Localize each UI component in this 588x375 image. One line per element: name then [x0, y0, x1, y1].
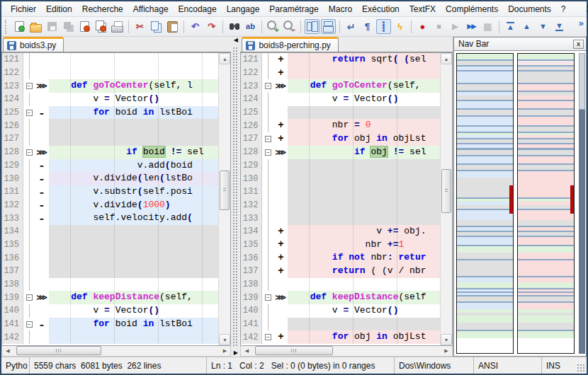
- code-line-132[interactable]: 132▬ v.divide(1000): [2, 199, 218, 212]
- code-line-134[interactable]: 134+ v += obj.: [241, 225, 440, 238]
- vertical-scrollbar[interactable]: ▲▼: [218, 53, 230, 345]
- vertical-scroll-thumb[interactable]: [220, 171, 230, 210]
- code-line-140[interactable]: 140 v = Vector(): [2, 304, 218, 318]
- navbar-strip-right[interactable]: [517, 53, 575, 354]
- diff-prev-icon[interactable]: ▲: [519, 19, 534, 34]
- menu-recherche[interactable]: Recherche: [77, 3, 128, 16]
- code-line-121[interactable]: 121: [2, 53, 218, 67]
- vertical-scrollbar[interactable]: ▲▼: [440, 53, 452, 345]
- macro-record-icon[interactable]: ●: [415, 19, 430, 34]
- code-line-127[interactable]: 127: [2, 132, 218, 146]
- tab-boids3.py[interactable]: boids3.py: [3, 37, 64, 52]
- diff-first-icon[interactable]: ▲: [503, 19, 518, 34]
- scroll-down-arrow-icon[interactable]: ▼: [219, 334, 230, 345]
- code-line-124[interactable]: 124 v = Vector(): [2, 93, 218, 106]
- code-line-128[interactable]: 128−⋙ if boid != sel: [2, 146, 218, 159]
- vertical-scroll-thumb[interactable]: [441, 169, 451, 213]
- menu-close-button[interactable]: X: [581, 3, 588, 16]
- indent-guide-icon[interactable]: ┋: [376, 19, 391, 34]
- cut-icon[interactable]: ✂: [132, 19, 147, 34]
- fold-marker[interactable]: −: [23, 106, 35, 120]
- splitter-right-arrow-icon[interactable]: ▶: [234, 350, 238, 357]
- menu-encodage[interactable]: Encodage: [174, 3, 222, 16]
- fold-marker[interactable]: −: [262, 330, 273, 344]
- code-line-125[interactable]: 125: [241, 106, 440, 120]
- code-line-137[interactable]: 137+ return ( (v / nbr: [241, 265, 440, 278]
- code-line-122[interactable]: 122: [2, 67, 218, 80]
- splitter-left-arrow-icon[interactable]: ◀: [234, 37, 238, 44]
- scroll-left-arrow-icon[interactable]: ◀: [241, 346, 252, 356]
- copy-icon[interactable]: [149, 19, 164, 34]
- menu-langage[interactable]: Langage: [222, 3, 265, 16]
- menu-affichage[interactable]: Affichage: [128, 3, 174, 16]
- code-line-140[interactable]: 140 v = Vector(): [241, 304, 440, 318]
- code-line-131[interactable]: 131▬ v.substr(self.posi: [2, 185, 218, 199]
- code-line-122[interactable]: 122+: [241, 67, 440, 80]
- fold-marker[interactable]: −: [23, 146, 35, 159]
- code-line-136[interactable]: 136: [2, 251, 218, 265]
- code-line-139[interactable]: 139−⋙ def keepDistance(self,: [2, 291, 218, 304]
- navbar-close-button[interactable]: x: [573, 40, 584, 49]
- sync-h-icon[interactable]: [321, 19, 336, 34]
- close-all-icon[interactable]: [94, 19, 108, 34]
- horizontal-scroll-thumb[interactable]: [16, 346, 101, 355]
- code-area[interactable]: 121122123−⋙ def goToCenter(self, l124 v …: [2, 53, 218, 345]
- pane-splitter[interactable]: ◀ ▶: [231, 37, 240, 357]
- close-file-icon[interactable]: [77, 19, 92, 34]
- word-wrap-icon[interactable]: ↵: [344, 19, 358, 34]
- code-line-123[interactable]: 123−⋙ def goToCenter(self,: [241, 79, 440, 93]
- scroll-right-arrow-icon[interactable]: ▶: [441, 346, 452, 356]
- fold-marker[interactable]: −: [262, 132, 273, 146]
- resize-grip[interactable]: [577, 364, 585, 372]
- code-line-123[interactable]: 123−⋙ def goToCenter(self, l: [2, 79, 218, 93]
- code-line-138[interactable]: 138: [2, 278, 218, 292]
- fold-marker[interactable]: −: [23, 291, 35, 304]
- horizontal-scrollbar[interactable]: ◀▶: [1, 345, 231, 357]
- code-line-129[interactable]: 129: [241, 159, 440, 173]
- navbar-scrollbar[interactable]: [579, 53, 585, 354]
- fold-marker[interactable]: −: [262, 146, 273, 159]
- code-line-136[interactable]: 136+ if not nbr: retur: [241, 251, 440, 265]
- status-eol-format[interactable]: Dos\Windows: [395, 357, 474, 374]
- menu-documents[interactable]: Documents: [503, 3, 556, 16]
- redo-icon[interactable]: ↷: [204, 19, 219, 34]
- menu-macro[interactable]: Macro: [324, 3, 357, 16]
- menu-textfx[interactable]: TextFX: [405, 3, 441, 16]
- scroll-up-arrow-icon[interactable]: ▲: [219, 53, 230, 64]
- tab-boids8-perching.py[interactable]: boids8-perching.py: [242, 37, 338, 52]
- code-line-128[interactable]: 128−⋙ if obj != sel: [241, 146, 440, 159]
- code-line-121[interactable]: 121+ return sqrt( (sel: [241, 53, 440, 67]
- horizontal-scrollbar[interactable]: ◀▶: [240, 345, 453, 357]
- code-line-127[interactable]: 127−+ for obj in objLst: [241, 132, 440, 146]
- diff-next-icon[interactable]: ▼: [536, 19, 550, 34]
- menu-fichier[interactable]: Fichier: [6, 3, 41, 16]
- toolbar-grip[interactable]: [5, 20, 8, 34]
- sync-v-icon[interactable]: [305, 19, 320, 34]
- code-line-134[interactable]: 134: [2, 225, 218, 238]
- code-line-142[interactable]: 142−+ for obj in objLst: [241, 330, 440, 344]
- status-insert-mode[interactable]: INS: [542, 357, 587, 374]
- code-area[interactable]: 121+ return sqrt( (sel122+123−⋙ def goTo…: [241, 53, 440, 345]
- code-line-138[interactable]: 138: [241, 278, 440, 292]
- zoom-in-icon[interactable]: +: [266, 19, 281, 34]
- code-line-135[interactable]: 135+ nbr +=1: [241, 238, 440, 252]
- code-line-129[interactable]: 129▬ v.add(boid: [2, 159, 218, 173]
- menu-excution[interactable]: Exécution: [357, 3, 405, 16]
- horizontal-scroll-track[interactable]: [252, 346, 441, 356]
- menu-complments[interactable]: Compléments: [441, 3, 503, 16]
- splitter-grip[interactable]: [232, 47, 239, 347]
- show-all-chars-icon[interactable]: ¶: [360, 19, 375, 34]
- vertical-scroll-track[interactable]: [441, 64, 452, 334]
- toolbar-overflow-chevron-icon[interactable]: »: [579, 18, 584, 28]
- code-line-124[interactable]: 124 v = Vector(): [241, 93, 440, 106]
- code-line-141[interactable]: 141: [241, 318, 440, 331]
- paste-icon[interactable]: [165, 19, 180, 34]
- macro-run-multi-icon[interactable]: ▶▶: [464, 19, 479, 34]
- find-icon[interactable]: [227, 19, 242, 34]
- code-line-141[interactable]: 141−▬ for boid in lstBoi: [2, 318, 218, 331]
- fold-marker[interactable]: −: [23, 79, 35, 93]
- open-folder-icon[interactable]: [28, 19, 43, 34]
- navbar-scrollbar-thumb[interactable]: [579, 53, 585, 110]
- fold-marker[interactable]: −: [23, 318, 35, 331]
- zoom-out-icon[interactable]: −: [282, 19, 297, 34]
